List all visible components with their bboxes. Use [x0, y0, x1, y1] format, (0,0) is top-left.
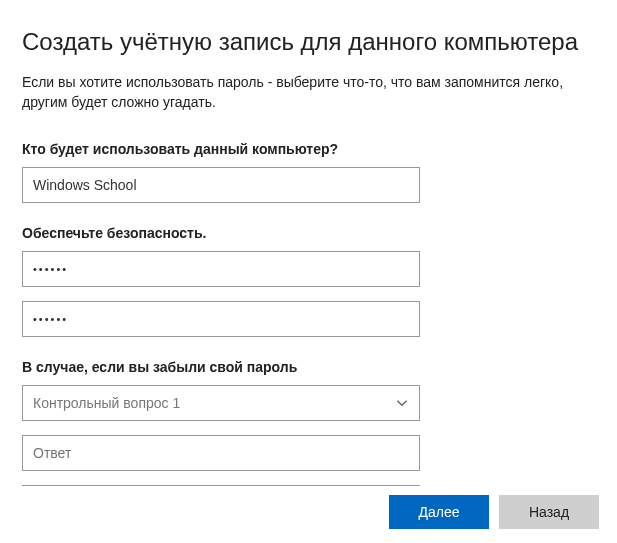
next-field-peek: [22, 485, 420, 487]
chevron-down-icon: [395, 396, 409, 410]
security-question-select[interactable]: Контрольный вопрос 1: [22, 385, 420, 421]
footer-buttons: Далее Назад: [389, 495, 599, 529]
page-subtitle: Если вы хотите использовать пароль - выб…: [22, 72, 595, 113]
username-input[interactable]: [22, 167, 420, 203]
password-input[interactable]: ••••••: [22, 251, 420, 287]
security-label: Обеспечьте безопасность.: [22, 225, 595, 241]
security-question-selected: Контрольный вопрос 1: [33, 395, 180, 411]
page-title: Создать учётную запись для данного компь…: [22, 28, 595, 56]
password-confirm-input[interactable]: ••••••: [22, 301, 420, 337]
who-uses-label: Кто будет использовать данный компьютер?: [22, 141, 595, 157]
forgot-password-label: В случае, если вы забыли свой пароль: [22, 359, 595, 375]
create-account-page: Создать учётную запись для данного компь…: [0, 0, 617, 543]
password-mask: ••••••: [33, 252, 409, 286]
security-answer-input[interactable]: [22, 435, 420, 471]
password-confirm-mask: ••••••: [33, 302, 409, 336]
back-button[interactable]: Назад: [499, 495, 599, 529]
next-button[interactable]: Далее: [389, 495, 489, 529]
